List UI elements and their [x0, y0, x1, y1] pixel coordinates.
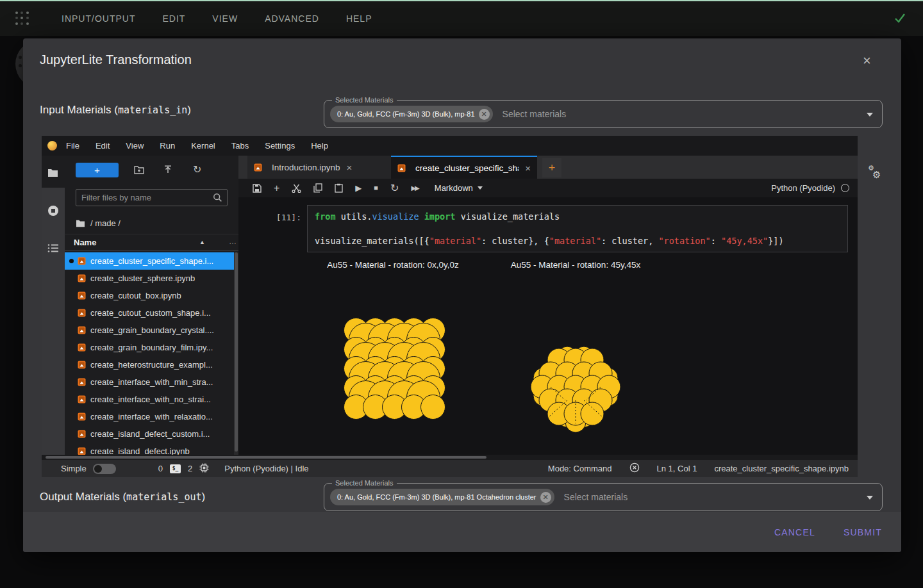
file-row[interactable]: create_cluster_specific_shape.i...	[65, 252, 238, 270]
app-menu-edit[interactable]: EDIT	[162, 13, 185, 24]
app-menu-input-output[interactable]: INPUT/OUTPUT	[62, 13, 135, 24]
file-row[interactable]: create_heterostructure_exampl...	[65, 356, 238, 373]
app-logo-dots-icon[interactable]	[15, 12, 29, 26]
notebook-icon	[78, 309, 86, 317]
table-of-contents-tab-icon[interactable]	[47, 243, 59, 256]
notebook-icon	[78, 326, 86, 334]
file-row[interactable]: create_cluster_sphere.ipynb	[65, 270, 238, 287]
notebook-icon	[254, 163, 262, 172]
tab-create_cluster_specific_sha[interactable]: create_cluster_specific_sha×	[391, 156, 537, 179]
chip-delete-icon[interactable]: ✕	[540, 492, 551, 503]
cell-prompt: [11]:	[255, 213, 301, 222]
file-row[interactable]: create_interface_with_min_stra...	[65, 373, 238, 391]
jupyter-menu-kernel[interactable]: Kernel	[191, 141, 215, 151]
jupyter-menu-edit[interactable]: Edit	[96, 141, 110, 151]
file-row[interactable]: create_cutout_custom_shape.i...	[65, 304, 238, 322]
jupyter-menu: FileEditViewRunKernelTabsSettingsHelp	[66, 141, 328, 151]
app-menu-help[interactable]: HELP	[346, 13, 372, 24]
code-cell-editor[interactable]: from utils.visualize import visualize_ma…	[307, 205, 848, 252]
file-name: create_cluster_sphere.ipynb	[90, 274, 195, 283]
add-tab-icon[interactable]: +	[542, 158, 561, 177]
output-materials-select[interactable]: Selected Materials 0: Au, Gold, FCC (Fm-…	[324, 483, 883, 511]
tab-close-icon[interactable]: ×	[347, 162, 353, 173]
kernel-name[interactable]: Python (Pyodide)	[771, 183, 835, 193]
breadcrumb[interactable]: / made /	[76, 218, 121, 228]
chip-label: 0: Au, Gold, FCC (Fm-3m) 3D (Bulk), mp-8…	[337, 493, 536, 501]
jupyter-menubar: FileEditViewRunKernelTabsSettingsHelp	[42, 136, 858, 156]
run-all-icon[interactable]: ▶▶	[411, 185, 418, 192]
jupyter-menu-settings[interactable]: Settings	[265, 141, 295, 151]
file-name: create_interface_with_relaxatio...	[90, 412, 213, 421]
app-menu-advanced[interactable]: ADVANCED	[265, 13, 319, 24]
refresh-icon[interactable]: ↻	[193, 163, 201, 176]
input-select-placeholder: Select materials	[503, 109, 567, 119]
file-row[interactable]: create_interface_with_no_strai...	[65, 391, 238, 408]
trust-shield-icon[interactable]	[629, 462, 640, 475]
input-material-chip[interactable]: 0: Au, Gold, FCC (Fm-3m) 3D (Bulk), mp-8…	[330, 106, 493, 122]
horizontal-scrollbar[interactable]	[42, 455, 858, 460]
input-materials-label: Input Materials (materials_in)	[40, 104, 191, 117]
tab-label: create_cluster_specific_sha	[415, 163, 519, 173]
status-bar: Simple 0 $_ 2 Python (Pyodide) | Idle Mo…	[42, 460, 858, 477]
file-browser-tab-icon[interactable]	[47, 168, 58, 180]
copy-cell-icon[interactable]	[313, 183, 322, 193]
settings-gears-icon[interactable]: ⚙⚙	[868, 165, 887, 184]
close-icon[interactable]: ×	[863, 54, 871, 68]
jupyter-menu-file[interactable]: File	[66, 141, 79, 151]
top-accent-line	[0, 0, 923, 1]
notebook-icon	[397, 164, 406, 172]
paste-cell-icon[interactable]	[335, 183, 343, 193]
cut-cell-icon[interactable]	[292, 184, 301, 193]
mode-indicator[interactable]: Mode: Command	[548, 464, 612, 473]
output-select-placeholder: Select materials	[564, 492, 628, 502]
kernel-count[interactable]: 2	[188, 464, 192, 473]
file-row[interactable]: create_grain_boundary_film.ipy...	[65, 339, 238, 356]
jupyter-menu-help[interactable]: Help	[311, 141, 328, 151]
cell-type-dropdown[interactable]: Markdown	[435, 183, 483, 193]
tab-introduction-ipynb[interactable]: Introduction.ipynb×	[247, 156, 391, 179]
chip-delete-icon[interactable]: ✕	[479, 109, 490, 120]
notebook-icon	[78, 412, 86, 421]
output-material-chip[interactable]: 0: Au, Gold, FCC (Fm-3m) 3D (Bulk), mp-8…	[330, 489, 554, 505]
file-browser-scrollbar[interactable]	[234, 252, 238, 460]
app-menu-view[interactable]: VIEW	[212, 13, 238, 24]
dropdown-arrow-icon[interactable]	[867, 496, 873, 500]
jupyter-menu-tabs[interactable]: Tabs	[231, 141, 249, 151]
jupyter-menu-run[interactable]: Run	[160, 141, 175, 151]
new-launcher-button[interactable]: +	[76, 163, 119, 177]
stop-kernel-icon[interactable]: ■	[374, 184, 378, 192]
file-list-header[interactable]: Name ▲ …	[65, 234, 238, 251]
file-row[interactable]: create_interface_with_relaxatio...	[65, 408, 238, 425]
jupyter-main: + ↻ Filter files by name	[42, 156, 858, 460]
cursor-position[interactable]: Ln 1, Col 1	[657, 464, 697, 473]
terminal-count[interactable]: 0	[158, 464, 163, 473]
dropdown-arrow-icon[interactable]	[867, 113, 873, 117]
add-cell-icon[interactable]: +	[274, 183, 279, 193]
input-materials-select[interactable]: Selected Materials 0: Au, Gold, FCC (Fm-…	[324, 100, 883, 128]
notebook-icon	[78, 257, 86, 265]
simple-mode-toggle[interactable]	[93, 464, 116, 474]
submit-button[interactable]: SUBMIT	[844, 527, 882, 537]
dialog-footer: CANCEL SUBMIT	[23, 512, 901, 552]
save-icon[interactable]	[253, 184, 262, 193]
terminal-icon: $_	[170, 464, 181, 473]
cancel-button[interactable]: CANCEL	[774, 527, 815, 537]
jupyter-menu-view[interactable]: View	[126, 141, 144, 151]
notebook-toolbar: + ▶ ■ ↻ ▶▶	[238, 179, 858, 197]
kernel-status-icon[interactable]	[841, 184, 849, 192]
notebook-icon	[78, 430, 86, 438]
notebook-area: create_cluster_specific_sha×Introduction…	[238, 156, 858, 460]
app-menubar: INPUT/OUTPUTEDITVIEWADVANCEDHELP	[0, 1, 923, 36]
restart-kernel-icon[interactable]: ↻	[390, 183, 399, 193]
upload-icon[interactable]	[163, 165, 172, 177]
tab-close-icon[interactable]: ×	[525, 163, 531, 174]
kernel-status-text[interactable]: Python (Pyodide) | Idle	[224, 464, 308, 473]
file-row[interactable]: create_grain_boundary_crystal....	[65, 322, 238, 339]
file-row[interactable]: create_cutout_box.ipynb	[65, 287, 238, 304]
filter-files-input[interactable]: Filter files by name	[76, 189, 228, 206]
file-row[interactable]: create_island_defect_custom.i...	[65, 425, 238, 443]
file-name: create_interface_with_min_stra...	[90, 377, 213, 387]
new-folder-icon[interactable]	[134, 165, 144, 177]
running-kernels-tab-icon[interactable]	[47, 205, 59, 219]
run-cell-icon[interactable]: ▶	[355, 184, 362, 192]
